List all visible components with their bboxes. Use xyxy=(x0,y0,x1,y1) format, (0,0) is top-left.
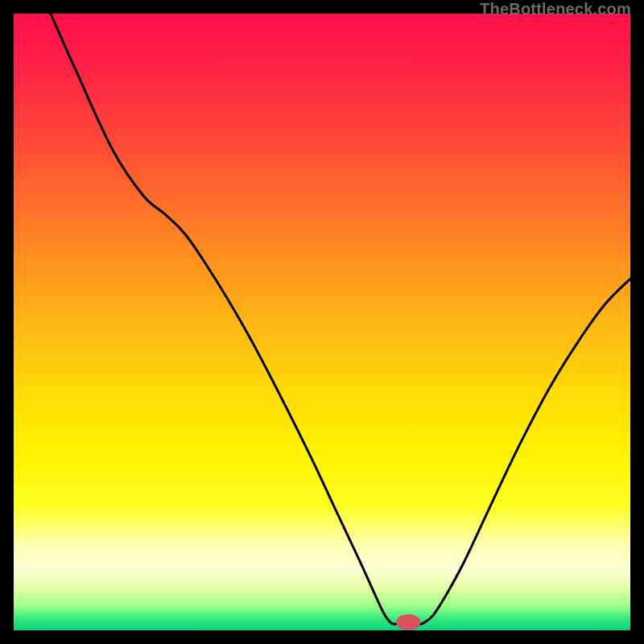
chart-plot-area xyxy=(14,14,630,630)
watermark-label: TheBottleneck.com xyxy=(480,0,631,19)
chart-svg xyxy=(14,14,630,630)
optimal-point-marker xyxy=(396,614,421,630)
chart-frame: TheBottleneck.com xyxy=(0,0,644,644)
chart-background-gradient xyxy=(14,14,630,630)
